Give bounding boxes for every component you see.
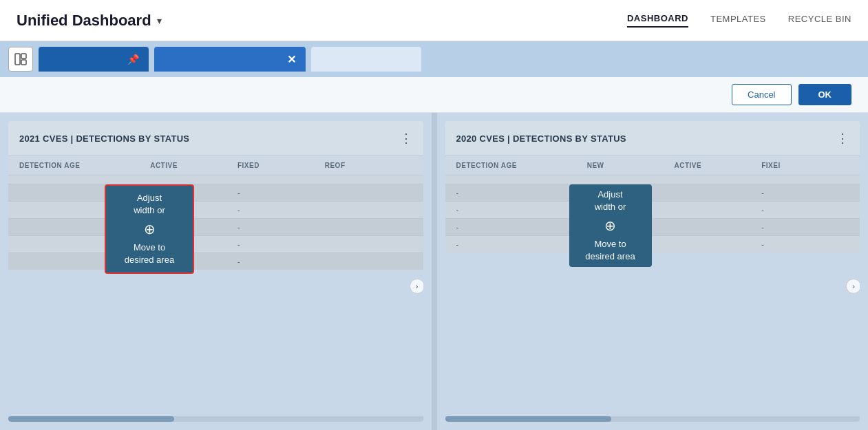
- move-icon: ⊕: [144, 219, 156, 239]
- right-arrow-button[interactable]: ›: [410, 279, 423, 294]
- toolbar: 📌 ✕: [0, 41, 868, 77]
- ok-button[interactable]: OK: [798, 84, 852, 105]
- left-panel-header: 2021 CVES | DETECTIONS BY STATUS ⋮: [8, 121, 423, 156]
- col-active-r: ACTIVE: [674, 162, 761, 169]
- dialog-action-row: Cancel OK: [0, 77, 868, 113]
- svg-rect-2: [21, 60, 26, 65]
- nav-recycle-bin[interactable]: RECYCLE BIN: [788, 14, 851, 27]
- layout-icon-button[interactable]: [8, 47, 33, 72]
- close-icon[interactable]: ✕: [287, 53, 296, 66]
- left-panel-overlay[interactable]: Adjustwidth or ⊕ Move todesired area: [105, 184, 194, 274]
- scrollbar-thumb-r[interactable]: [445, 416, 611, 422]
- app-header: Unified Dashboard ▾ DASHBOARD TEMPLATES …: [0, 0, 868, 41]
- chevron-down-icon[interactable]: ▾: [157, 15, 162, 26]
- overlay-move-text-r: Move todesired area: [585, 238, 635, 263]
- header-left: Unified Dashboard ▾: [17, 12, 162, 30]
- col-active: ACTIVE: [150, 162, 237, 169]
- tab-1-text: [48, 54, 120, 65]
- main-content: 2021 CVES | DETECTIONS BY STATUS ⋮ DETEC…: [0, 113, 868, 430]
- left-panel-scrollbar[interactable]: [8, 416, 423, 422]
- table-row: - -: [445, 201, 860, 218]
- scrollbar-thumb[interactable]: [8, 416, 174, 422]
- right-panel-column-headers: DETECTION AGE NEW ACTIVE FIXEI: [445, 156, 860, 175]
- table-row: - -: [445, 184, 860, 201]
- col-fixei: FIXEI: [761, 162, 849, 169]
- nav-dashboard[interactable]: DASHBOARD: [627, 13, 688, 28]
- right-panel: 2020 CVES | DETECTIONS BY STATUS ⋮ DETEC…: [445, 121, 860, 422]
- pin-icon[interactable]: 📌: [127, 54, 139, 65]
- table-row: -: [8, 184, 423, 201]
- table-row: [8, 175, 423, 184]
- cancel-button[interactable]: Cancel: [732, 84, 791, 105]
- right-panel-overlay[interactable]: Adjustwidth or ⊕ Move todesired area: [569, 184, 652, 267]
- left-panel-title: 2021 CVES | DETECTIONS BY STATUS: [19, 133, 189, 144]
- table-row: [445, 175, 860, 184]
- left-panel-menu-icon[interactable]: ⋮: [400, 131, 412, 146]
- table-row: -: [8, 252, 423, 270]
- right-panel-header: 2020 CVES | DETECTIONS BY STATUS ⋮: [445, 121, 860, 156]
- header-nav: DASHBOARD TEMPLATES RECYCLE BIN: [627, 13, 851, 28]
- right-panel-menu-icon[interactable]: ⋮: [836, 131, 849, 146]
- panel-divider[interactable]: [432, 113, 437, 430]
- svg-rect-0: [15, 54, 20, 65]
- right-panel-title: 2020 CVES | DETECTIONS BY STATUS: [456, 133, 626, 144]
- overlay-adjust-text-r: Adjustwidth or: [595, 189, 626, 213]
- layout-icon: [14, 53, 27, 65]
- right-panel-right-arrow[interactable]: ›: [846, 279, 860, 294]
- nav-templates[interactable]: TEMPLATES: [710, 14, 766, 27]
- col-reof: REOF: [325, 162, 412, 169]
- tab-2[interactable]: ✕: [154, 47, 306, 72]
- table-row: - -: [445, 218, 860, 235]
- tab-2-text: [164, 54, 280, 65]
- right-panel-table-body: - - - - - - - -: [445, 175, 860, 252]
- table-row: -: [8, 218, 423, 235]
- table-row: - -: [445, 235, 860, 252]
- app-title: Unified Dashboard: [17, 12, 151, 30]
- left-panel: 2021 CVES | DETECTIONS BY STATUS ⋮ DETEC…: [8, 121, 423, 422]
- col-fixed: FIXED: [237, 162, 325, 169]
- move-icon-r: ⊕: [604, 216, 616, 235]
- col-detection-age-r: DETECTION AGE: [456, 162, 587, 169]
- tab-1-active[interactable]: 📌: [39, 47, 149, 72]
- col-new: NEW: [587, 162, 675, 169]
- table-row: -: [8, 201, 423, 218]
- svg-rect-1: [21, 54, 26, 58]
- right-panel-scrollbar[interactable]: [445, 416, 860, 422]
- left-panel-table-body: - - - -: [8, 175, 423, 270]
- tab-3-text: [321, 54, 324, 65]
- overlay-move-text: Move todesired area: [125, 241, 174, 266]
- left-panel-column-headers: DETECTION AGE ACTIVE FIXED REOF: [8, 156, 423, 175]
- overlay-adjust-text: Adjustwidth or: [134, 192, 165, 217]
- col-detection-age: DETECTION AGE: [19, 162, 150, 169]
- tab-3[interactable]: [311, 47, 421, 72]
- table-row: -: [8, 235, 423, 252]
